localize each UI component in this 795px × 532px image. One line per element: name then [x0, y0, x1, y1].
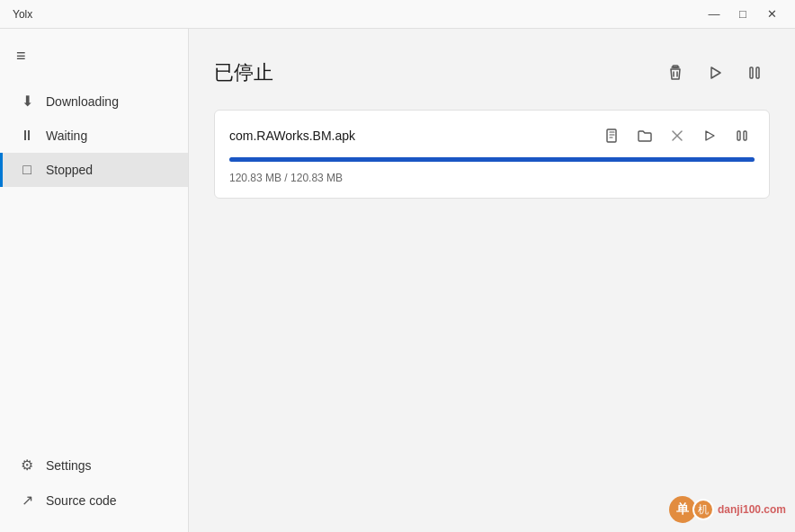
pause-icon: [746, 64, 764, 82]
waiting-icon: ⏸: [19, 128, 35, 144]
source-code-icon: ↗: [19, 492, 35, 509]
sidebar-item-source-code[interactable]: ↗ Source code: [0, 483, 188, 518]
progress-bar-fill: [229, 157, 755, 162]
sidebar-item-settings-label: Settings: [46, 458, 92, 473]
svg-rect-0: [673, 66, 678, 67]
maximize-button[interactable]: □: [730, 2, 755, 27]
title-actions: [660, 58, 770, 88]
sidebar-item-waiting[interactable]: ⏸ Waiting: [0, 119, 188, 153]
sidebar-item-source-code-label: Source code: [46, 493, 117, 508]
download-size: 120.83 MB / 120.83 MB: [229, 172, 343, 184]
svg-rect-9: [744, 131, 746, 140]
watermark: 单 机 danji100.com: [669, 496, 786, 523]
download-card: com.RAWorks.BM.apk: [214, 110, 770, 199]
open-folder-button[interactable]: [632, 123, 657, 148]
window-controls: — □ ✕: [701, 2, 784, 27]
sidebar-item-stopped[interactable]: □ Stopped: [0, 153, 188, 187]
page-title: 已停止: [214, 59, 273, 86]
sidebar-item-settings[interactable]: ⚙ Settings: [0, 448, 188, 483]
sidebar-item-downloading-label: Downloading: [46, 94, 119, 109]
settings-icon: ⚙: [19, 457, 35, 474]
play-all-button[interactable]: [700, 58, 730, 88]
sidebar: ≡ ⬇ Downloading ⏸ Waiting □ Stopped ⚙ Se…: [0, 29, 189, 532]
download-row: com.RAWorks.BM.apk: [229, 123, 755, 148]
sidebar-bottom: ⚙ Settings ↗ Source code: [0, 448, 188, 532]
pause-item-icon: [735, 129, 749, 143]
main-content: 已停止: [189, 29, 795, 532]
delete-all-button[interactable]: [660, 58, 691, 88]
open-file-button[interactable]: [600, 123, 625, 148]
page-title-area: 已停止: [214, 58, 770, 88]
titlebar: Yolx — □ ✕: [0, 0, 795, 29]
delete-icon: [666, 64, 684, 82]
minimize-button[interactable]: —: [701, 2, 727, 27]
download-actions: [600, 123, 755, 148]
svg-rect-8: [737, 131, 740, 140]
sidebar-item-downloading[interactable]: ⬇ Downloading: [0, 84, 188, 119]
play-icon: [706, 64, 724, 82]
pause-all-button[interactable]: [739, 58, 770, 88]
app-container: ≡ ⬇ Downloading ⏸ Waiting □ Stopped ⚙ Se…: [0, 29, 795, 532]
sidebar-item-stopped-label: Stopped: [46, 163, 93, 177]
cancel-button[interactable]: [665, 123, 690, 148]
hamburger-button[interactable]: ≡: [13, 43, 30, 69]
svg-marker-1: [711, 67, 720, 78]
download-filename: com.RAWorks.BM.apk: [229, 129, 355, 143]
close-button[interactable]: ✕: [759, 2, 784, 27]
sidebar-nav: ⬇ Downloading ⏸ Waiting □ Stopped: [0, 76, 188, 448]
sidebar-item-waiting-label: Waiting: [46, 129, 87, 143]
open-folder-icon: [637, 128, 653, 144]
svg-rect-2: [750, 67, 753, 78]
open-file-icon: [604, 128, 621, 144]
watermark-site: danji100.com: [718, 503, 786, 516]
download-icon: ⬇: [19, 93, 35, 110]
svg-rect-4: [607, 129, 616, 142]
sidebar-top: ≡: [0, 29, 188, 76]
watermark-logo2: 机: [692, 499, 714, 520]
cancel-icon: [670, 129, 684, 143]
stopped-icon: □: [19, 162, 35, 178]
resume-icon: [702, 129, 717, 143]
svg-marker-7: [706, 131, 714, 140]
app-title: Yolx: [13, 8, 32, 21]
progress-bar-container: [229, 157, 755, 162]
svg-rect-3: [756, 67, 759, 78]
pause-button[interactable]: [729, 123, 755, 148]
resume-button[interactable]: [697, 123, 722, 148]
